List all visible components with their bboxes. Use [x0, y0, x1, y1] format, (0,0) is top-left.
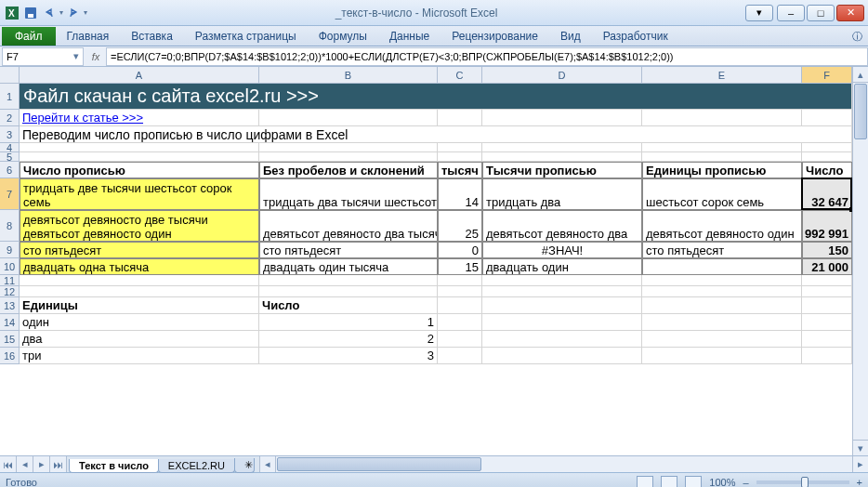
col-header-a[interactable]: A	[20, 67, 259, 83]
banner-cell[interactable]: Файл скачан с сайта excel2.ru >>>	[20, 84, 852, 110]
cell-b15[interactable]: 2	[259, 331, 438, 348]
row-header-11[interactable]: 11	[0, 275, 19, 286]
cell[interactable]	[438, 143, 482, 152]
header-f[interactable]: Число	[802, 162, 852, 178]
vertical-scrollbar[interactable]: ▴ ▾	[852, 67, 868, 455]
sheet-tab-active[interactable]: Текст в число	[69, 459, 159, 473]
article-link[interactable]: Перейти к статье >>>	[22, 111, 143, 125]
name-box-dropdown-icon[interactable]: ▾	[68, 50, 79, 62]
cell[interactable]	[259, 275, 438, 286]
cell-a9[interactable]: сто пятьдесят	[20, 242, 259, 258]
cell[interactable]	[438, 286, 482, 297]
cell-b14[interactable]: 1	[259, 314, 438, 331]
cell-f7[interactable]: 32 647	[802, 178, 852, 210]
cell-f8[interactable]: 992 991	[802, 210, 852, 242]
cell[interactable]	[438, 110, 482, 126]
cell[interactable]	[259, 110, 438, 126]
col-header-f[interactable]: F	[802, 67, 852, 83]
ribbon-min-button[interactable]: ▾	[745, 5, 773, 21]
cell-a15[interactable]: два	[20, 331, 259, 348]
cell[interactable]	[482, 297, 642, 314]
tab-formulas[interactable]: Формулы	[308, 27, 378, 46]
cell-d8[interactable]: девятьсот девяносто два	[482, 210, 642, 242]
cell-b13[interactable]: Число	[259, 297, 438, 314]
cell[interactable]	[20, 275, 259, 286]
save-icon[interactable]	[22, 5, 39, 21]
cell[interactable]	[482, 348, 642, 364]
zoom-out-button[interactable]: –	[743, 477, 748, 488]
sheet-tab-2[interactable]: EXCEL2.RU	[158, 459, 235, 473]
cell[interactable]	[642, 110, 802, 126]
cell-b9[interactable]: сто пятьдесят	[259, 242, 438, 258]
cell-e9[interactable]: сто пятьдесят	[642, 242, 802, 258]
tab-review[interactable]: Рецензирование	[441, 27, 549, 46]
scroll-down-icon[interactable]: ▾	[853, 440, 868, 455]
cell[interactable]	[438, 331, 482, 348]
cell-f9[interactable]: 150	[802, 242, 852, 258]
horizontal-scrollbar[interactable]: ◂ ▸	[259, 456, 868, 472]
zoom-level[interactable]: 100%	[709, 477, 735, 488]
row-header-16[interactable]: 16	[0, 348, 19, 364]
cell[interactable]	[802, 152, 852, 162]
heading-cell[interactable]: Переводим число прописью в число цифрами…	[20, 126, 852, 143]
zoom-in-button[interactable]: +	[857, 477, 862, 488]
cell[interactable]	[438, 348, 482, 364]
cell[interactable]	[482, 110, 642, 126]
cell[interactable]	[20, 286, 259, 297]
name-box[interactable]: F7 ▾	[2, 47, 84, 66]
tab-page-layout[interactable]: Разметка страницы	[184, 27, 308, 46]
cell-grid[interactable]: Файл скачан с сайта excel2.ru >>> Перейт…	[20, 84, 852, 364]
formula-input[interactable]: =ЕСЛИ(C7=0;0;ВПР(D7;$A$14:$B$1012;2;0))*…	[106, 47, 868, 66]
row-header-15[interactable]: 15	[0, 331, 19, 348]
header-a[interactable]: Число прописью	[20, 162, 259, 178]
tab-view[interactable]: Вид	[549, 27, 592, 46]
cell[interactable]	[642, 297, 802, 314]
col-header-c[interactable]: C	[438, 67, 482, 83]
cell[interactable]	[438, 275, 482, 286]
header-c[interactable]: тысяч	[438, 162, 482, 178]
tab-developer[interactable]: Разработчик	[592, 27, 679, 46]
cell-a10[interactable]: двадцать одна тысяча	[20, 258, 259, 275]
cell[interactable]	[20, 152, 259, 162]
scroll-thumb-v[interactable]	[854, 84, 867, 139]
view-normal-button[interactable]	[637, 476, 653, 488]
cell[interactable]	[482, 152, 642, 162]
cell[interactable]	[438, 314, 482, 331]
view-page-layout-button[interactable]	[661, 476, 677, 488]
cell-b16[interactable]: 3	[259, 348, 438, 364]
cell-d7[interactable]: тридцать два	[482, 178, 642, 210]
cell[interactable]	[802, 143, 852, 152]
cell-b7[interactable]: тридцать два тысячи шестьсот	[259, 178, 438, 210]
cell[interactable]	[802, 110, 852, 126]
cell[interactable]	[802, 331, 852, 348]
file-tab[interactable]: Файл	[2, 27, 56, 46]
cell-c10[interactable]: 15	[438, 258, 482, 275]
cell-a13[interactable]: Единицы	[20, 297, 259, 314]
cell[interactable]	[802, 275, 852, 286]
cell-c8[interactable]: 25	[438, 210, 482, 242]
cell-e8[interactable]: девятьсот девяносто один	[642, 210, 802, 242]
tab-nav-first[interactable]: ⏮	[0, 456, 17, 472]
row-header-6[interactable]: 6	[0, 162, 19, 178]
cell[interactable]	[642, 152, 802, 162]
cell-a16[interactable]: три	[20, 348, 259, 364]
cell-a14[interactable]: один	[20, 314, 259, 331]
scroll-right-icon[interactable]: ▸	[852, 456, 868, 472]
cell-e7[interactable]: шестьсот сорок семь	[642, 178, 802, 210]
tab-home[interactable]: Главная	[56, 27, 121, 46]
cell-d9[interactable]: #ЗНАЧ!	[482, 242, 642, 258]
row-header-1[interactable]: 1	[0, 84, 19, 110]
tab-nav-prev[interactable]: ◂	[17, 456, 33, 472]
view-page-break-button[interactable]	[685, 476, 702, 488]
row-header-9[interactable]: 9	[0, 242, 19, 258]
select-all-corner[interactable]	[0, 67, 20, 84]
cell[interactable]	[482, 286, 642, 297]
row-header-12[interactable]: 12	[0, 286, 19, 297]
cell[interactable]	[20, 143, 259, 152]
row-header-10[interactable]: 10	[0, 258, 19, 275]
cell-a8[interactable]: девятьсот девяносто две тысячи девятьсот…	[20, 210, 259, 242]
header-e[interactable]: Единицы прописью	[642, 162, 802, 178]
cell[interactable]	[802, 297, 852, 314]
row-header-14[interactable]: 14	[0, 314, 19, 331]
cell-a7[interactable]: тридцать две тысячи шестьсот сорок семь	[20, 178, 259, 210]
